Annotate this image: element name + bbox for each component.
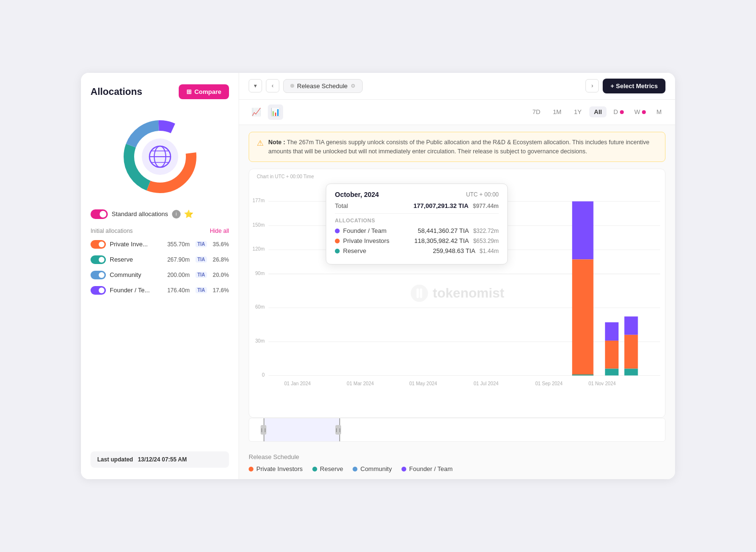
tooltip-value-reserve: 259,948.63 TIA $1.44m bbox=[433, 247, 499, 254]
nav-forward-button[interactable]: › bbox=[585, 79, 599, 92]
period-m-button[interactable]: M bbox=[653, 106, 665, 117]
note-label: Note : bbox=[268, 139, 285, 146]
minimap-handle-left[interactable]: ❙❙ bbox=[261, 425, 266, 435]
note-banner: ⚠ Note : The 267m TIA genesis supply unl… bbox=[249, 132, 665, 162]
period-w-button[interactable]: W bbox=[630, 106, 650, 117]
svg-text:90m: 90m bbox=[255, 271, 265, 276]
tooltip-usd-private: $653.29m bbox=[473, 238, 499, 244]
alloc-toggle-community[interactable] bbox=[91, 271, 106, 279]
tia-badge-private: TIA bbox=[195, 241, 207, 247]
tooltip-date: October, 2024 bbox=[335, 191, 379, 198]
time-7d-button[interactable]: 7D bbox=[527, 106, 545, 117]
tooltip-alloc-left-founder: Founder / Team bbox=[335, 227, 387, 234]
hide-all-button[interactable]: Hide all bbox=[210, 228, 229, 234]
alloc-toggle-private[interactable] bbox=[91, 240, 106, 249]
svg-text:01 Jul 2024: 01 Jul 2024 bbox=[473, 381, 499, 386]
alloc-item-private: Private Inve... 355.70m TIA 35.6% bbox=[91, 240, 229, 249]
time-1y-button[interactable]: 1Y bbox=[569, 106, 586, 117]
legend-label-community: Community bbox=[360, 465, 392, 472]
note-icon: ⚠ bbox=[257, 138, 263, 148]
bar-reserve-nov2 bbox=[624, 369, 638, 376]
alloc-pct-community: 20.0% bbox=[211, 272, 229, 278]
legend-dot-community bbox=[353, 467, 357, 472]
time-filters: 7D 1M 1Y All D W M bbox=[527, 106, 665, 117]
tooltip-total-row: Total 177,007,291.32 TIA $977.44m bbox=[335, 202, 499, 214]
tooltip-alloc-header: Allocations bbox=[335, 218, 499, 223]
std-allocations-row: Standard allocations i ⭐ bbox=[91, 209, 229, 219]
period-w-dot bbox=[642, 110, 646, 114]
alloc-section-title: Initial allocations bbox=[91, 228, 133, 234]
tooltip-total-label: Total bbox=[335, 202, 348, 209]
line-chart-button[interactable]: 📈 bbox=[249, 104, 264, 120]
chart-toolbar: 📈 📊 7D 1M 1Y All D W M bbox=[239, 100, 675, 125]
minimap-handle-right[interactable]: ❙❙ bbox=[335, 425, 341, 435]
main-container: Allocations ⊞ Compare bbox=[81, 73, 675, 480]
info-badge: i bbox=[172, 210, 181, 218]
alloc-name-private: Private Inve... bbox=[110, 241, 163, 248]
note-body: The 267m TIA genesis supply unlock consi… bbox=[268, 139, 650, 155]
tooltip-usd-founder: $322.72m bbox=[473, 228, 499, 234]
legend-label-private: Private Investors bbox=[256, 465, 303, 472]
tooltip-label-private: Private Investors bbox=[343, 237, 389, 244]
bar-reserve-nov1 bbox=[605, 369, 619, 376]
svg-text:30m: 30m bbox=[255, 338, 265, 344]
svg-text:177m: 177m bbox=[252, 198, 264, 204]
time-1m-button[interactable]: 1M bbox=[548, 106, 566, 117]
tab-settings-icon: ⚙ bbox=[351, 83, 355, 89]
sidebar-title: Allocations bbox=[91, 86, 142, 97]
minimap[interactable]: ❙❙ ❙❙ bbox=[249, 418, 665, 442]
note-text: Note : The 267m TIA genesis supply unloc… bbox=[268, 138, 657, 156]
legend-label-founder: Founder / Team bbox=[409, 465, 453, 472]
tooltip-alloc-left-reserve: Reserve bbox=[335, 247, 366, 254]
bar-chart-button[interactable]: 📊 bbox=[268, 104, 283, 120]
alloc-amount-founder: 176.40m bbox=[167, 287, 190, 294]
time-all-button[interactable]: All bbox=[589, 106, 607, 117]
legend-item-private: Private Investors bbox=[249, 465, 303, 472]
alloc-name-founder: Founder / Te... bbox=[110, 287, 163, 294]
legend-dot-reserve bbox=[312, 467, 317, 472]
legend-item-community: Community bbox=[353, 465, 392, 472]
select-metrics-button[interactable]: + Select Metrics bbox=[603, 79, 665, 93]
tooltip-utc: UTC + 00:00 bbox=[466, 191, 499, 198]
last-updated-label: Last updated bbox=[97, 456, 133, 463]
legend-dot-founder bbox=[401, 467, 406, 472]
bar-founder-oct bbox=[572, 201, 593, 259]
tab-label: Release Schedule bbox=[297, 82, 348, 90]
svg-text:60m: 60m bbox=[255, 305, 265, 310]
tooltip-alloc-left-private: Private Investors bbox=[335, 237, 389, 244]
legend-item-founder: Founder / Team bbox=[401, 465, 453, 472]
bar-founder-nov1 bbox=[605, 322, 619, 341]
std-allocations-toggle[interactable] bbox=[91, 209, 108, 219]
nav-back-button[interactable]: ‹ bbox=[266, 79, 279, 92]
svg-text:120m: 120m bbox=[252, 246, 264, 252]
tooltip-usd-reserve: $1.44m bbox=[480, 248, 499, 254]
period-d-button[interactable]: D bbox=[609, 106, 627, 117]
legend-label-reserve: Reserve bbox=[320, 465, 343, 472]
std-allocations-label: Standard allocations bbox=[112, 210, 168, 218]
svg-text:01 Sep 2024: 01 Sep 2024 bbox=[535, 381, 563, 386]
sidebar-footer: Last updated 13/12/24 07:55 AM bbox=[91, 451, 229, 468]
alloc-amount-reserve: 267.90m bbox=[167, 256, 190, 263]
content-area: ▾ ‹ Release Schedule ⚙ › + Select Metric… bbox=[239, 73, 675, 480]
tooltip-total-value: 177,007,291.32 TIA $977.44m bbox=[413, 202, 499, 209]
star-badge: ⭐ bbox=[184, 210, 193, 218]
tooltip-header: October, 2024 UTC + 00:00 bbox=[335, 191, 499, 198]
tooltip-value-founder: 58,441,360.27 TIA $322.72m bbox=[418, 227, 499, 234]
tooltip-row-reserve: Reserve 259,948.63 TIA $1.44m bbox=[335, 247, 499, 254]
alloc-toggle-reserve[interactable] bbox=[91, 255, 106, 264]
tia-badge-community: TIA bbox=[195, 272, 207, 278]
alloc-amount-private: 355.70m bbox=[167, 241, 190, 248]
tooltip-total-usd: $977.44m bbox=[473, 203, 499, 209]
release-footer: Release Schedule Private Investors Reser… bbox=[239, 447, 675, 479]
dropdown-toggle[interactable]: ▾ bbox=[249, 79, 262, 92]
svg-text:0: 0 bbox=[262, 372, 265, 378]
compare-button[interactable]: ⊞ Compare bbox=[179, 84, 229, 99]
alloc-name-community: Community bbox=[110, 271, 163, 278]
svg-text:150m: 150m bbox=[252, 222, 264, 228]
alloc-toggle-founder[interactable] bbox=[91, 286, 106, 295]
release-schedule-tab[interactable]: Release Schedule ⚙ bbox=[283, 79, 363, 93]
sidebar-header: Allocations ⊞ Compare bbox=[91, 84, 229, 99]
svg-text:01 Jan 2024: 01 Jan 2024 bbox=[284, 381, 311, 386]
last-updated-value: 13/12/24 07:55 AM bbox=[138, 456, 187, 463]
tooltip-dot-reserve bbox=[335, 249, 340, 253]
